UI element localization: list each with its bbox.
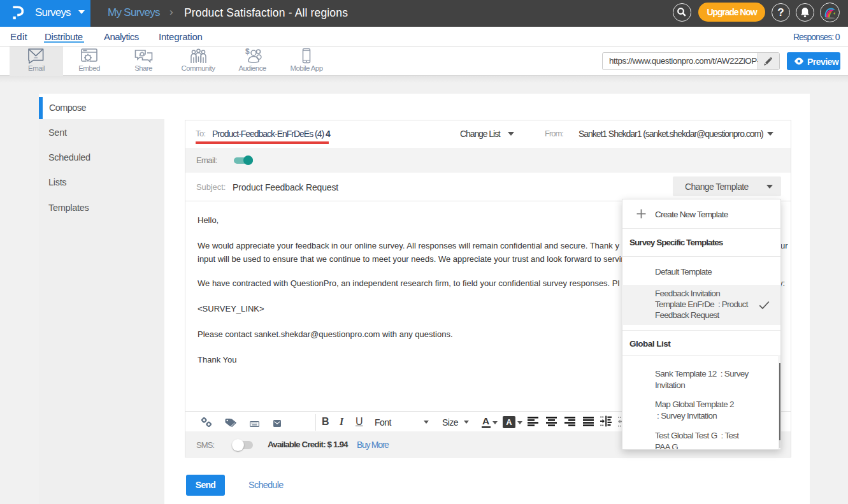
svg-text:$: $ xyxy=(245,48,250,56)
